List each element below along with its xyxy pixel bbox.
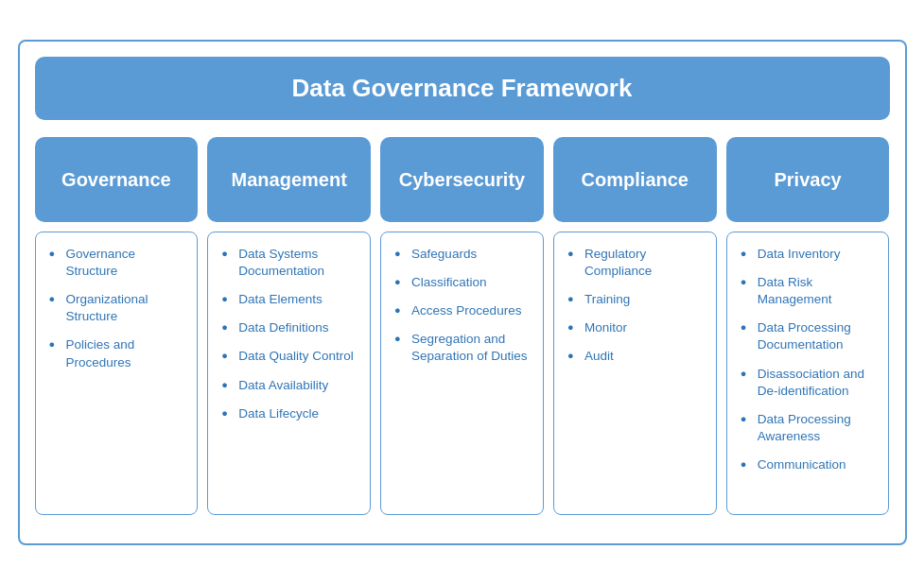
col-body-compliance: Regulatory ComplianceTrainingMonitorAudi… <box>553 232 717 515</box>
col-list-governance: Governance StructureOrganizational Struc… <box>49 246 188 371</box>
list-item: Data Risk Management <box>741 274 880 308</box>
list-item: Classification <box>394 274 533 291</box>
list-item: Data Inventory <box>741 246 880 263</box>
col-body-cybersecurity: SafeguardsClassificationAccess Procedure… <box>380 232 544 515</box>
list-item: Data Definitions <box>221 319 360 336</box>
list-item: Training <box>567 291 706 308</box>
col-header-label-compliance: Compliance <box>582 167 689 192</box>
col-header-label-cybersecurity: Cybersecurity <box>399 167 525 192</box>
col-header-label-governance: Governance <box>61 167 171 192</box>
list-item: Audit <box>567 348 706 365</box>
list-item: Data Quality Control <box>221 348 360 365</box>
col-header-label-management: Management <box>232 167 347 192</box>
list-item: Data Elements <box>221 291 360 308</box>
col-body-management: Data Systems DocumentationData ElementsD… <box>207 232 371 515</box>
col-header-compliance: Compliance <box>553 137 717 222</box>
list-item: Governance Structure <box>49 246 188 280</box>
list-item: Organizational Structure <box>49 291 188 325</box>
col-header-label-privacy: Privacy <box>775 167 842 192</box>
col-list-compliance: Regulatory ComplianceTrainingMonitorAudi… <box>567 246 706 366</box>
list-item: Data Lifecycle <box>221 405 360 422</box>
list-item: Segregation and Separation of Duties <box>394 331 533 365</box>
list-item: Data Processing Documentation <box>741 319 880 353</box>
col-list-privacy: Data InventoryData Risk ManagementData P… <box>741 246 880 474</box>
list-item: Communication <box>741 456 880 473</box>
list-item: Access Procedures <box>394 302 533 319</box>
bodies-row: Governance StructureOrganizational Struc… <box>35 232 890 515</box>
col-header-governance: Governance <box>35 137 199 222</box>
col-header-privacy: Privacy <box>726 137 890 222</box>
col-list-cybersecurity: SafeguardsClassificationAccess Procedure… <box>394 246 533 366</box>
list-item: Policies and Procedures <box>49 336 188 370</box>
framework-container: Data Governance Framework GovernanceMana… <box>18 40 907 545</box>
list-item: Disassociation and De-identification <box>741 366 880 400</box>
list-item: Safeguards <box>394 246 533 263</box>
col-list-management: Data Systems DocumentationData ElementsD… <box>221 246 360 423</box>
list-item: Data Systems Documentation <box>221 246 360 280</box>
col-header-cybersecurity: Cybersecurity <box>380 137 544 222</box>
list-item: Data Availability <box>221 377 360 394</box>
col-body-privacy: Data InventoryData Risk ManagementData P… <box>726 232 890 515</box>
list-item: Data Processing Awareness <box>741 411 880 445</box>
list-item: Monitor <box>567 319 706 336</box>
col-body-governance: Governance StructureOrganizational Struc… <box>35 232 199 515</box>
title-box: Data Governance Framework <box>35 57 890 120</box>
page-title: Data Governance Framework <box>54 74 871 103</box>
list-item: Regulatory Compliance <box>567 246 706 280</box>
col-header-management: Management <box>207 137 371 222</box>
headers-row: GovernanceManagementCybersecurityComplia… <box>35 137 890 222</box>
